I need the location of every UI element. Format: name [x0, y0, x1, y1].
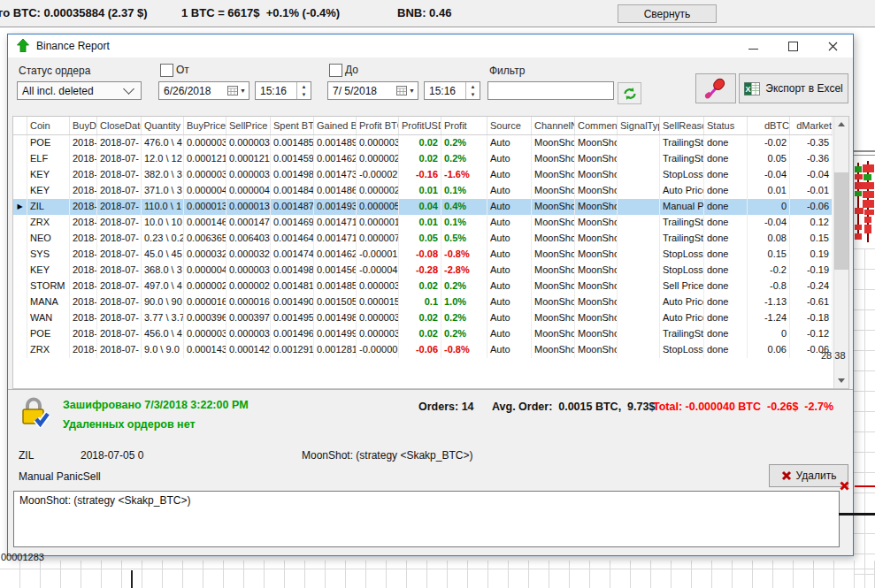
table-cell[interactable]: 0.001495 — [271, 310, 314, 326]
table-cell[interactable]: 0.23 \ 0.2 — [142, 231, 184, 247]
table-cell[interactable]: 12.0 \ 12 — [142, 151, 184, 167]
table-cell[interactable]: 2018- — [70, 294, 97, 310]
table-cell[interactable]: 0.001469 — [271, 215, 314, 231]
table-cell[interactable]: -0.04 — [790, 167, 833, 183]
table-cell[interactable]: 0 — [748, 326, 790, 342]
table-cell[interactable]: -0.35 — [790, 135, 833, 151]
table-cell[interactable]: 2018- — [70, 279, 97, 294]
table-cell[interactable]: 0.001464 — [271, 231, 314, 247]
table-cell[interactable]: MoonSho — [532, 326, 575, 342]
table-cell[interactable]: 2018-07- — [97, 326, 142, 342]
dropdown-arrow-icon[interactable]: ▼ — [409, 88, 415, 94]
table-cell[interactable]: -0.18 — [790, 310, 833, 326]
table-cell[interactable]: ZIL — [27, 199, 70, 215]
table-cell[interactable]: 0.001291 — [271, 342, 314, 358]
to-date-picker[interactable]: 7/ 5/2018 ▼ — [327, 81, 418, 100]
table-cell[interactable]: 0.000016 — [226, 294, 271, 310]
table-cell[interactable]: MoonSho — [575, 310, 618, 326]
table-cell[interactable] — [618, 294, 660, 310]
column-header[interactable]: Profit — [441, 117, 487, 134]
table-cell[interactable]: -0.28 — [399, 263, 441, 279]
table-cell[interactable]: 0.001281 — [314, 342, 357, 358]
table-cell[interactable]: 0.2% — [441, 151, 487, 167]
table-cell[interactable]: MoonSho — [532, 215, 575, 231]
table-cell[interactable]: -0.8% — [441, 247, 487, 263]
table-row[interactable]: ▶ZIL2018-2018-07-110.0 \ 10.0000130.0000… — [13, 199, 833, 215]
table-cell[interactable]: Auto — [487, 199, 532, 215]
table-cell[interactable]: 0.001490 — [271, 294, 314, 310]
table-row[interactable]: STORM2018-2018-07-497.0 \ 40.0000020.000… — [13, 279, 833, 294]
table-cell[interactable]: ZRX — [27, 342, 70, 358]
table-cell[interactable]: 0.001462 — [314, 247, 357, 263]
table-cell[interactable]: 0.001484 — [271, 183, 314, 199]
table-cell[interactable]: 2018-07- — [97, 215, 142, 231]
table-cell[interactable]: 0.000142 — [226, 342, 271, 358]
spin-up-icon[interactable]: ▲ — [297, 82, 311, 91]
table-cell[interactable]: 0.1 — [399, 294, 441, 310]
table-cell[interactable]: 2018- — [70, 342, 97, 358]
table-cell[interactable]: 10.0 \ 10 — [142, 215, 184, 231]
table-cell[interactable]: MoonSho — [575, 279, 618, 294]
table-cell[interactable]: 0.001496 — [271, 326, 314, 342]
table-row[interactable]: NEO2018-2018-07-0.23 \ 0.20.0063650.0064… — [13, 231, 833, 247]
table-cell[interactable]: 0.04 — [399, 199, 441, 215]
table-cell[interactable]: 0.000001 — [357, 215, 399, 231]
table-cell[interactable]: done — [704, 263, 748, 279]
table-cell[interactable]: 0.000146 — [184, 215, 226, 231]
table-cell[interactable]: 0.000143 — [184, 342, 226, 358]
table-cell[interactable]: 0.001471 — [314, 231, 357, 247]
table-cell[interactable]: 0.000003 — [184, 135, 226, 151]
spinner-buttons[interactable]: ▲▼ — [465, 82, 480, 99]
maximize-button[interactable] — [773, 34, 813, 57]
refresh-button[interactable] — [618, 82, 641, 104]
table-cell[interactable]: 0.02 — [399, 135, 441, 151]
table-cell[interactable]: MoonSho — [575, 215, 618, 231]
table-cell[interactable]: MoonSho — [575, 151, 618, 167]
table-cell[interactable]: 0.000003 — [226, 167, 271, 183]
export-excel-button[interactable]: X Экспорт в Excel — [739, 73, 848, 103]
filter-input[interactable] — [487, 81, 614, 100]
table-cell[interactable]: MoonSho — [575, 247, 618, 263]
table-cell[interactable]: 1.0% — [441, 294, 487, 310]
table-cell[interactable]: Auto — [487, 342, 532, 358]
table-cell[interactable]: 0.02 — [399, 151, 441, 167]
table-cell[interactable]: 0.000004 — [226, 183, 271, 199]
table-cell[interactable]: StopLoss — [660, 167, 704, 183]
order-status-select[interactable]: All incl. deleted — [17, 81, 142, 100]
table-cell[interactable]: 45.0 \ 45 — [142, 247, 184, 263]
table-cell[interactable]: STORM — [27, 279, 70, 294]
from-time-spinner[interactable]: 15:16 ▲▼ — [255, 81, 311, 100]
table-cell[interactable]: done — [704, 199, 748, 215]
column-header[interactable]: Profit BTC — [357, 117, 399, 134]
table-cell[interactable]: 0.05 — [748, 151, 790, 167]
table-row[interactable]: WAN2018-2018-07-3.77 \ 3.70.0003960.0003… — [13, 310, 833, 326]
table-row[interactable]: KEY2018-2018-07-371.0 \ 30.0000040.00000… — [13, 183, 833, 199]
column-header[interactable]: ChannelN — [532, 117, 575, 134]
table-cell[interactable]: -0.08 — [399, 247, 441, 263]
clear-tool-button[interactable] — [695, 73, 736, 103]
table-cell[interactable]: Auto — [487, 135, 532, 151]
column-header[interactable]: SellPrice — [226, 117, 271, 134]
table-cell[interactable]: 0.02 — [399, 279, 441, 294]
table-cell[interactable]: -0.16 — [399, 167, 441, 183]
column-header[interactable]: ProfitUSD — [399, 117, 441, 134]
table-cell[interactable]: 371.0 \ 3 — [142, 183, 184, 199]
table-cell[interactable]: 110.0 \ 1 — [142, 199, 184, 215]
table-cell[interactable]: -0.8 — [748, 279, 790, 294]
table-cell[interactable]: -0.8% — [441, 342, 487, 358]
table-cell[interactable]: 0.12 — [790, 215, 833, 231]
table-cell[interactable] — [618, 279, 660, 294]
table-cell[interactable]: 0.000003 — [357, 310, 399, 326]
scroll-up-button[interactable] — [834, 117, 848, 132]
table-cell[interactable]: 0.2% — [441, 326, 487, 342]
table-cell[interactable]: done — [704, 215, 748, 231]
table-cell[interactable]: 0.000002 — [357, 151, 399, 167]
table-cell[interactable]: 2018-07- — [97, 294, 142, 310]
table-cell[interactable]: 0.000003 — [357, 279, 399, 294]
table-cell[interactable]: 0.001498 — [271, 263, 314, 279]
spinner-buttons[interactable]: ▲▼ — [296, 82, 311, 99]
table-cell[interactable]: KEY — [27, 263, 70, 279]
table-cell[interactable]: 90.0 \ 90 — [142, 294, 184, 310]
table-cell[interactable]: MoonSho — [532, 199, 575, 215]
table-cell[interactable]: done — [704, 135, 748, 151]
